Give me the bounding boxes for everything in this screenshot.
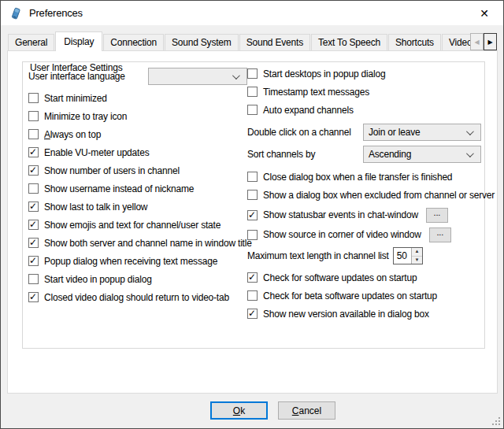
checkbox-icon[interactable] bbox=[28, 93, 39, 103]
double-click-label: Double click on a channel bbox=[247, 127, 351, 138]
sort-channels-row: Sort channels by Ascending bbox=[247, 146, 481, 163]
chevron-down-icon bbox=[232, 72, 240, 80]
checkbox-video-popup[interactable]: Start video in popup dialog bbox=[28, 270, 247, 288]
dialog-body: General Display Connection Sound System … bbox=[1, 25, 503, 428]
right-column: Start desktops in popup dialog Timestamp… bbox=[247, 65, 481, 323]
max-text-length-label: Maximum text length in channel list bbox=[247, 250, 389, 261]
double-click-value: Join or leave bbox=[369, 127, 420, 138]
checkbox-icon[interactable] bbox=[247, 309, 258, 319]
checkbox-vu-meter-updates[interactable]: Enable VU-meter updates bbox=[28, 143, 247, 161]
tab-bar: General Display Connection Sound System … bbox=[8, 33, 497, 50]
checkbox-icon[interactable] bbox=[28, 111, 39, 121]
tab-connection[interactable]: Connection bbox=[103, 34, 164, 50]
checkbox-check-beta-updates[interactable]: Check for beta software updates on start… bbox=[247, 287, 481, 305]
window-title: Preferences bbox=[29, 7, 83, 19]
checkbox-icon[interactable] bbox=[28, 292, 39, 302]
chevron-down-icon bbox=[466, 128, 474, 135]
tab-scroll-left-icon[interactable]: ◀ bbox=[470, 33, 484, 50]
checkbox-icon[interactable] bbox=[28, 220, 39, 230]
cancel-button[interactable]: Cancel bbox=[278, 401, 335, 420]
tab-display[interactable]: Display bbox=[55, 31, 102, 51]
checkbox-statusbar-events[interactable]: Show statusbar events in chat-window ... bbox=[247, 207, 481, 223]
checkbox-icon[interactable] bbox=[28, 147, 39, 157]
checkbox-icon[interactable] bbox=[28, 129, 39, 139]
max-text-length-value: 50 bbox=[394, 248, 411, 264]
tab-sound-system[interactable]: Sound System bbox=[165, 34, 239, 50]
max-text-length-row: Maximum text length in channel list 50 ▲… bbox=[247, 247, 481, 264]
checkbox-icon[interactable] bbox=[247, 172, 258, 182]
resize-grip[interactable] bbox=[492, 417, 501, 426]
tab-scroll-right-icon[interactable]: ▶ bbox=[484, 33, 497, 50]
checkbox-icon[interactable] bbox=[247, 290, 258, 301]
checkbox-close-on-transfer[interactable]: Close dialog box when a file transfer is… bbox=[247, 168, 481, 186]
user-interface-settings-group: User Interface Settings User interface l… bbox=[22, 61, 485, 349]
checkbox-icon[interactable] bbox=[28, 274, 39, 284]
app-icon bbox=[9, 7, 22, 20]
chevron-down-icon bbox=[466, 150, 474, 157]
preferences-dialog: Preferences ✕ General Display Connection… bbox=[0, 0, 504, 429]
language-select[interactable] bbox=[148, 68, 247, 85]
checkbox-icon[interactable] bbox=[247, 272, 258, 283]
checkbox-icon[interactable] bbox=[28, 238, 39, 248]
checkbox-desktops-popup[interactable]: Start desktops in popup dialog bbox=[247, 65, 481, 83]
statusbar-events-options-button[interactable]: ... bbox=[426, 208, 448, 223]
checkbox-excluded-dialog[interactable]: Show a dialog box when excluded from cha… bbox=[247, 186, 481, 204]
checkbox-icon[interactable] bbox=[247, 210, 258, 220]
tab-general[interactable]: General bbox=[8, 34, 54, 50]
checkbox-icon[interactable] bbox=[28, 183, 39, 194]
checkbox-icon[interactable] bbox=[247, 105, 258, 115]
close-icon[interactable]: ✕ bbox=[476, 6, 492, 21]
checkbox-icon[interactable] bbox=[247, 230, 258, 240]
max-text-length-spinner[interactable]: 50 ▲ ▼ bbox=[393, 247, 423, 264]
left-column: User interface language Start minimized … bbox=[28, 66, 247, 306]
checkbox-check-updates[interactable]: Check for software updates on startup bbox=[247, 268, 481, 287]
sort-channels-label: Sort channels by bbox=[247, 149, 315, 160]
checkbox-timestamp-messages[interactable]: Timestamp text messages bbox=[247, 83, 481, 101]
checkbox-video-source-corner[interactable]: Show source in corner of video window ..… bbox=[247, 227, 481, 242]
ok-button[interactable]: Ok bbox=[210, 401, 268, 420]
checkbox-icon[interactable] bbox=[247, 68, 258, 79]
double-click-row: Double click on a channel Join or leave bbox=[247, 124, 481, 141]
spin-down-icon[interactable]: ▼ bbox=[412, 257, 422, 264]
spin-up-icon[interactable]: ▲ bbox=[412, 248, 422, 257]
checkbox-icon[interactable] bbox=[247, 87, 258, 97]
checkbox-show-user-count[interactable]: Show number of users in channel bbox=[28, 161, 247, 179]
language-label: User interface language bbox=[28, 71, 125, 82]
display-tab-pane: User Interface Settings User interface l… bbox=[7, 50, 498, 394]
language-row: User interface language bbox=[28, 66, 247, 87]
checkbox-minimize-to-tray[interactable]: Minimize to tray icon bbox=[28, 107, 247, 125]
checkbox-popup-text-message[interactable]: Popup dialog when receiving text message bbox=[28, 252, 247, 270]
sort-channels-value: Ascending bbox=[369, 149, 411, 160]
checkbox-last-talk-yellow[interactable]: Show last to talk in yellow bbox=[28, 198, 247, 216]
video-source-options-button[interactable]: ... bbox=[429, 227, 451, 242]
checkbox-server-channel-title[interactable]: Show both server and channel name in win… bbox=[28, 234, 247, 252]
tab-shortcuts[interactable]: Shortcuts bbox=[388, 34, 441, 50]
title-bar[interactable]: Preferences ✕ bbox=[1, 1, 503, 25]
checkbox-auto-expand[interactable]: Auto expand channels bbox=[247, 101, 481, 119]
checkbox-closed-video-return[interactable]: Closed video dialog should return to vid… bbox=[28, 288, 247, 306]
dialog-buttons: Ok Cancel bbox=[210, 401, 335, 420]
checkbox-icon[interactable] bbox=[28, 165, 39, 176]
checkbox-new-version-dialog[interactable]: Show new version available in dialog box bbox=[247, 305, 481, 323]
checkbox-show-emojis[interactable]: Show emojis and text for channel/user st… bbox=[28, 216, 247, 234]
checkbox-icon[interactable] bbox=[28, 202, 39, 212]
checkbox-icon[interactable] bbox=[247, 190, 258, 200]
checkbox-show-username[interactable]: Show username instead of nickname bbox=[28, 179, 247, 198]
tab-text-to-speech[interactable]: Text To Speech bbox=[311, 34, 387, 50]
sort-channels-select[interactable]: Ascending bbox=[363, 146, 481, 163]
tab-scroll-buttons: ◀ ▶ bbox=[470, 33, 497, 50]
checkbox-always-on-top[interactable]: Always on top bbox=[28, 125, 247, 143]
double-click-select[interactable]: Join or leave bbox=[363, 124, 481, 141]
checkbox-icon[interactable] bbox=[28, 256, 39, 266]
checkbox-start-minimized[interactable]: Start minimized bbox=[28, 89, 247, 107]
tab-sound-events[interactable]: Sound Events bbox=[239, 34, 310, 50]
